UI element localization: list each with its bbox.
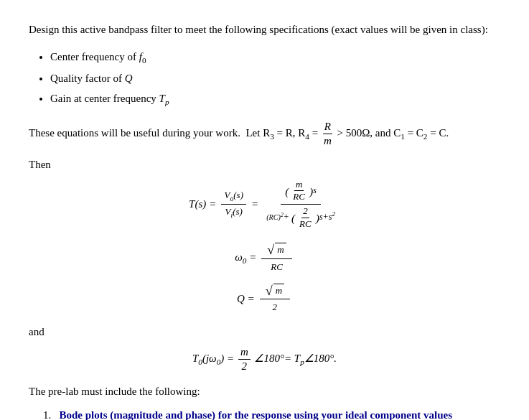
T-s-label: T(s) <box>189 198 206 210</box>
intro-text: Design this active bandpass filter to me… <box>29 24 488 35</box>
equations-intro: These equations will be useful during yo… <box>29 120 500 149</box>
prelab-label: The pre-lab must include the following: <box>29 386 200 397</box>
q-eq: Q = √ m 2 <box>29 282 500 316</box>
main-fraction: ( m RC )s (RC)2+ ( 2 RC )s+s2 <box>263 178 338 232</box>
bullet-gain: Gain at center frequency Tp <box>50 90 500 108</box>
intro-paragraph: Design this active bandpass filter to me… <box>29 22 500 38</box>
omega-eq: ω0 = √ m RC <box>29 241 500 275</box>
bullet-quality: Quality factor of Q <box>50 70 500 87</box>
numbered-item-1: 1. Bode plots (magnitude and phase) for … <box>43 406 500 420</box>
transfer-function-eq: T(s) = Vo(s) Vi(s) = ( m RC )s (RC)2+ ( … <box>29 178 500 232</box>
item1-line1: Bode plots (magnitude and phase) for the… <box>60 409 453 420</box>
q-fraction: √ m 2 <box>260 282 290 316</box>
bullet-center-freq: Center frequency of f0 <box>50 48 500 67</box>
spec-list: Center frequency of f0 Quality factor of… <box>50 48 500 108</box>
then-label: Then <box>29 159 500 171</box>
and-text: and <box>29 326 500 338</box>
q-label: Q = <box>237 293 255 305</box>
vo-vi-fraction: Vo(s) Vi(s) <box>221 188 246 220</box>
omega-label: ω0 = <box>235 251 256 265</box>
prelab-text: The pre-lab must include the following: <box>29 386 500 398</box>
omega-fraction: √ m RC <box>261 241 291 275</box>
t0-equation: T0(jω0) = m 2 ∠180°= Tp∠180°. <box>29 345 500 374</box>
